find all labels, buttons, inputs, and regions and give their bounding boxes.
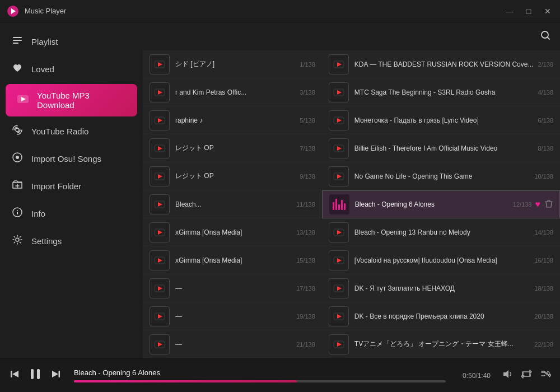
progress-fill xyxy=(74,380,297,382)
love-button[interactable]: ♥ xyxy=(535,199,541,209)
track-info: Bleach - Opening 6 Alones xyxy=(355,200,508,208)
youtube-play-icon xyxy=(154,199,165,210)
youtube-play-icon xyxy=(154,311,165,322)
track-number: 8/138 xyxy=(538,145,553,152)
sidebar-item-import-osu[interactable]: Import Osu! Songs xyxy=(0,145,143,172)
track-item[interactable]: raphine ♪5/138 xyxy=(143,106,322,134)
track-item[interactable]: [Vocaloid на русском] Ifuudoudou [Onsa M… xyxy=(322,246,560,274)
track-number: 15/138 xyxy=(296,257,315,264)
track-item[interactable]: Bleach - Opening 13 Ranbu no Melody14/13… xyxy=(322,218,560,246)
track-name: — xyxy=(175,312,292,320)
track-thumbnail xyxy=(150,334,170,354)
track-item[interactable]: TVアニメ「どろろ」 オープニング・テーマ 女王蜂...22/138 xyxy=(322,330,560,358)
youtube-play-icon xyxy=(154,59,165,70)
svg-rect-12 xyxy=(17,212,18,214)
youtube-play-icon xyxy=(154,339,165,350)
track-name: — xyxy=(175,284,292,292)
track-number: 19/138 xyxy=(296,313,315,320)
track-item[interactable]: xGimma [Onsa Media]13/138 xyxy=(143,218,322,246)
track-item[interactable]: Bleach - Opening 6 Alones12/138♥ xyxy=(322,190,560,218)
track-name: TVアニメ「どろろ」 オープニング・テーマ 女王蜂... xyxy=(354,339,530,349)
track-name: — xyxy=(175,340,292,348)
track-info: — xyxy=(175,340,292,348)
youtube-play-icon xyxy=(333,283,344,294)
extra-controls xyxy=(502,368,551,382)
track-number: 5/138 xyxy=(300,117,315,124)
maximize-button[interactable]: □ xyxy=(523,7,534,16)
sidebar-item-info[interactable]: Info xyxy=(0,200,143,227)
track-list: シド [ピアノ]1/138 KDA — THE BADDEST RUSSIAN … xyxy=(143,50,560,358)
track-number: 20/138 xyxy=(534,313,553,320)
minimize-button[interactable]: — xyxy=(504,7,515,16)
track-info: No Game No Life - Opening This Game xyxy=(354,172,530,180)
track-thumbnail xyxy=(150,222,170,242)
track-item[interactable]: レジット OP7/138 xyxy=(143,134,322,162)
delete-button[interactable] xyxy=(545,199,553,210)
youtube-play-icon xyxy=(333,311,344,322)
svg-marker-79 xyxy=(12,371,18,377)
track-info: KDA — THE BADDEST RUSSIAN ROCK VERSION C… xyxy=(354,60,534,68)
track-info: レジット OP xyxy=(175,143,295,153)
progress-bar[interactable] xyxy=(74,380,446,382)
track-number: 14/138 xyxy=(534,229,553,236)
track-item[interactable]: xGimma [Onsa Media]15/138 xyxy=(143,246,322,274)
search-button[interactable] xyxy=(540,30,551,44)
track-name: レジット OP xyxy=(175,143,295,153)
track-item[interactable]: —21/138 xyxy=(143,330,322,358)
svg-rect-2 xyxy=(13,37,22,38)
heart-icon xyxy=(11,62,24,76)
track-item[interactable]: シド [ピアノ]1/138 xyxy=(143,50,322,78)
track-info: Монеточка - Падать в грязь [Lyric Video] xyxy=(354,116,534,124)
youtube-play-icon xyxy=(154,283,165,294)
sidebar-item-import-folder[interactable]: Import Folder xyxy=(0,172,143,200)
sidebar-item-loved[interactable]: Loved xyxy=(0,55,143,83)
youtube-play-icon xyxy=(333,87,344,98)
track-item[interactable]: —19/138 xyxy=(143,302,322,330)
track-item[interactable]: MTC Saga The Beginning - S3RL Radio Gosh… xyxy=(322,78,560,106)
track-item[interactable]: No Game No Life - Opening This Game10/13… xyxy=(322,162,560,190)
repeat-button[interactable] xyxy=(521,368,532,382)
track-item[interactable]: DK - Я тут Заплатить НЕНАХОД18/138 xyxy=(322,274,560,302)
track-number: 6/138 xyxy=(538,117,553,124)
track-info: xGimma [Onsa Media] xyxy=(175,228,292,236)
sidebar-item-youtube-radio[interactable]: YouTube Radio xyxy=(0,118,143,145)
track-number: 18/138 xyxy=(534,285,553,292)
track-item[interactable]: Billie Eilish - Therefore I Am Official … xyxy=(322,134,560,162)
main-content: シド [ピアノ]1/138 KDA — THE BADDEST RUSSIAN … xyxy=(143,22,560,358)
prev-button[interactable] xyxy=(9,368,20,382)
sidebar-item-playlist[interactable]: Playlist xyxy=(0,28,143,55)
track-thumbnail xyxy=(150,54,170,74)
youtube-play-icon xyxy=(333,227,344,238)
track-number: 9/138 xyxy=(300,173,315,180)
track-item[interactable]: r and Kim Petras Offic...3/138 xyxy=(143,78,322,106)
track-item[interactable]: レジット OP9/138 xyxy=(143,162,322,190)
track-info: DK - Я тут Заплатить НЕНАХОД xyxy=(354,284,530,292)
volume-button[interactable] xyxy=(502,368,513,382)
track-name: Bleach... xyxy=(175,200,292,208)
track-item[interactable]: DK - Все в порядке Премьера клипа 202020… xyxy=(322,302,560,330)
track-number: 22/138 xyxy=(534,341,553,348)
track-item[interactable]: KDA — THE BADDEST RUSSIAN ROCK VERSION C… xyxy=(322,50,560,78)
sidebar-item-settings[interactable]: Settings xyxy=(0,227,143,255)
sidebar-item-youtube-mp3[interactable]: YouTube MP3 Download xyxy=(6,84,137,116)
track-item[interactable]: —17/138 xyxy=(143,274,322,302)
close-button[interactable]: ✕ xyxy=(542,7,553,16)
bottom-player-bar: Bleach - Opening 6 Alones 0:50/1:40 xyxy=(0,358,560,392)
track-thumbnail xyxy=(329,222,349,242)
youtube-play-icon xyxy=(154,227,165,238)
track-name: Bleach - Opening 6 Alones xyxy=(355,200,508,208)
track-thumbnail xyxy=(150,278,170,298)
sidebar-label-import-osu: Import Osu! Songs xyxy=(31,154,101,164)
track-name: Bleach - Opening 13 Ranbu no Melody xyxy=(354,228,530,236)
shuffle-button[interactable] xyxy=(540,368,551,382)
track-thumbnail xyxy=(329,250,349,270)
svg-point-11 xyxy=(17,210,18,211)
svg-rect-4 xyxy=(13,43,18,44)
play-pause-button[interactable] xyxy=(28,367,43,385)
track-number: 10/138 xyxy=(534,173,553,180)
sidebar-label-youtube-radio: YouTube Radio xyxy=(31,127,88,136)
track-item[interactable]: Монеточка - Падать в грязь [Lyric Video]… xyxy=(322,106,560,134)
next-button[interactable] xyxy=(50,368,62,382)
svg-marker-84 xyxy=(503,370,508,378)
track-item[interactable]: Bleach...11/138 xyxy=(143,190,322,218)
